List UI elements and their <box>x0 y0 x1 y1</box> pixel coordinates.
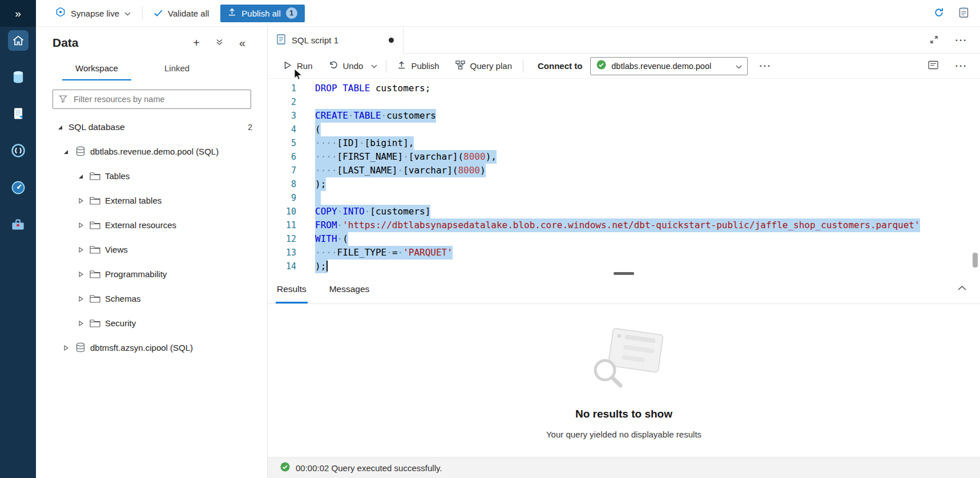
undo-button[interactable]: Undo <box>325 58 367 74</box>
chevron-expanded-icon[interactable] <box>55 124 64 131</box>
code-line-2[interactable]: 2 <box>268 95 980 109</box>
code-line-13[interactable]: 13····FILE_TYPE·=·'PARQUET' <box>268 246 980 260</box>
code-token: customers; <box>370 83 430 94</box>
nav-item-develop[interactable] <box>0 100 36 127</box>
tree-item-external-resources[interactable]: External resources <box>36 213 267 237</box>
tab-results[interactable]: Results <box>276 284 308 303</box>
filter-resources-input[interactable] <box>53 90 251 109</box>
code-token: ···· <box>315 247 337 258</box>
collapse-panel-button[interactable]: « <box>238 36 247 50</box>
expand-editor-button[interactable] <box>929 34 939 47</box>
code-line-1[interactable]: 1DROP TABLE customers; <box>268 82 980 95</box>
tree-item-label: External resources <box>105 220 176 230</box>
divider <box>142 6 143 20</box>
tab-linked[interactable]: Linked <box>164 59 189 80</box>
code-line-content: ····[FIRST_NAME]·[varchar](8000), <box>315 150 497 164</box>
code-token: · <box>348 110 354 121</box>
run-button[interactable]: Run <box>280 58 316 74</box>
undo-dropdown-button[interactable] <box>370 60 378 71</box>
chevron-collapsed-icon[interactable] <box>76 271 85 278</box>
validate-all-button[interactable]: Validate all <box>154 9 209 18</box>
line-number[interactable]: 4 <box>268 123 296 136</box>
play-icon <box>284 61 292 71</box>
tree-item-tables[interactable]: Tables <box>36 164 267 188</box>
chevron-expanded-icon[interactable] <box>61 148 70 155</box>
line-number[interactable]: 12 <box>268 232 296 246</box>
refresh-button[interactable] <box>933 6 945 21</box>
line-number[interactable]: 8 <box>268 177 296 191</box>
code-line-10[interactable]: 10COPY·INTO·[customers] <box>268 205 980 218</box>
tree-item-views[interactable]: Views <box>36 237 267 262</box>
tab-more-button[interactable]: ··· <box>954 34 969 46</box>
line-number[interactable]: 13 <box>268 246 296 260</box>
collapse-results-button[interactable] <box>957 282 967 293</box>
nav-item-manage[interactable] <box>0 211 36 237</box>
tab-workspace[interactable]: Workspace <box>62 59 131 80</box>
chevron-collapsed-icon[interactable] <box>61 345 70 351</box>
chevron-collapsed-icon[interactable] <box>76 246 85 253</box>
line-number[interactable]: 9 <box>268 191 296 205</box>
tree-item-external-tables[interactable]: External tables <box>36 188 267 213</box>
nav-item-monitor[interactable] <box>0 175 36 201</box>
chevron-collapsed-icon[interactable] <box>76 295 85 302</box>
plus-icon: + <box>193 37 200 48</box>
code-token: ), <box>486 151 497 162</box>
splitter-handle[interactable] <box>614 272 634 275</box>
code-line-8[interactable]: 8); <box>268 177 980 191</box>
tree-item-dbtmsft-azsyn-cipool-sql[interactable]: dbtmsft.azsyn.cipool (SQL) <box>36 335 267 360</box>
publish-all-button[interactable]: Publish all 1 <box>220 5 304 22</box>
mode-switcher[interactable]: Synapse live <box>55 7 131 19</box>
line-number[interactable]: 1 <box>268 82 296 95</box>
line-number[interactable]: 11 <box>268 218 296 232</box>
line-number[interactable]: 6 <box>268 150 296 164</box>
toolbar-right-more-button[interactable]: ··· <box>954 60 969 72</box>
connect-to-dropdown[interactable]: dbtlabs.revenue.demo.pool <box>590 57 748 75</box>
line-number[interactable]: 3 <box>268 109 296 123</box>
nav-item-home[interactable] <box>0 27 36 54</box>
develop-icon <box>8 103 29 124</box>
query-plan-label: Query plan <box>470 61 512 71</box>
code-token: CREATE <box>315 110 348 121</box>
code-line-5[interactable]: 5····[ID]·[bigint], <box>268 136 980 150</box>
sql-code-editor[interactable]: 1DROP TABLE customers;23CREATE·TABLE·cus… <box>268 79 980 274</box>
chevron-collapsed-icon[interactable] <box>76 197 85 204</box>
chevron-expanded-icon[interactable] <box>76 173 85 180</box>
code-line-7[interactable]: 7····[LAST_NAME]·[varchar](8000) <box>268 164 980 177</box>
tree-item-dbtlabs-revenue-demo-pool-sql[interactable]: dbtlabs.revenue.demo.pool (SQL) <box>36 139 267 164</box>
chevron-collapsed-icon[interactable] <box>76 320 85 327</box>
code-line-6[interactable]: 6····[FIRST_NAME]·[varchar](8000), <box>268 150 980 164</box>
code-line-4[interactable]: 4( <box>268 123 980 136</box>
chevron-collapsed-icon[interactable] <box>76 222 85 229</box>
toolbar-more-button[interactable]: ··· <box>758 60 772 72</box>
code-line-14[interactable]: 14); <box>268 260 980 273</box>
tree-item-sql-database[interactable]: SQL database2 <box>36 115 267 139</box>
code-line-11[interactable]: 11FROM·'https://dbtlabsynapsedatalake.bl… <box>268 218 980 232</box>
script-properties-button[interactable] <box>927 59 939 72</box>
collapse-all-button[interactable] <box>215 37 224 48</box>
tab-sql-script-1[interactable]: SQL script 1 <box>268 27 404 54</box>
line-number[interactable]: 10 <box>268 205 296 218</box>
line-number[interactable]: 5 <box>268 136 296 150</box>
nav-item-integrate[interactable] <box>0 137 36 164</box>
panel-title: Data <box>53 36 79 50</box>
editor-scrollbar-thumb[interactable] <box>973 253 978 268</box>
query-plan-button[interactable]: Query plan <box>452 58 515 74</box>
tree-item-security[interactable]: Security <box>36 311 267 335</box>
line-number[interactable]: 2 <box>268 95 296 109</box>
more-icon: ··· <box>955 61 967 71</box>
nav-item-data[interactable] <box>0 64 36 90</box>
code-line-3[interactable]: 3CREATE·TABLE·customers <box>268 109 980 123</box>
line-number[interactable]: 7 <box>268 164 296 177</box>
data-panel-tabs: Workspace Linked <box>36 50 267 80</box>
tab-messages[interactable]: Messages <box>328 284 371 303</box>
add-resource-button[interactable]: + <box>192 36 201 50</box>
task-list-button[interactable] <box>958 6 970 21</box>
line-number[interactable]: 14 <box>268 260 296 273</box>
tree-item-programmability[interactable]: Programmability <box>36 262 267 286</box>
tree-item-schemas[interactable]: Schemas <box>36 286 267 311</box>
publish-button[interactable]: Publish <box>394 58 442 74</box>
nav-expand-button[interactable]: » <box>0 0 36 27</box>
code-line-9[interactable]: 9 <box>268 191 980 205</box>
code-line-12[interactable]: 12WITH·( <box>268 232 980 246</box>
tree-item-label: External tables <box>105 196 162 205</box>
